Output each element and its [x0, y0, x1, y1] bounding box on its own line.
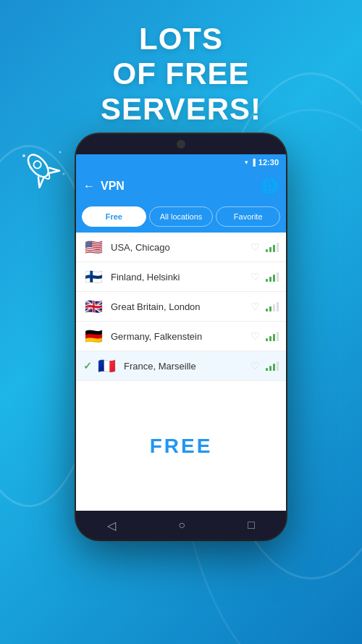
- hero-section: Lots of free servers!: [0, 0, 362, 134]
- server-name-france: France, Marseille: [124, 361, 251, 372]
- server-item-gb[interactable]: 🇬🇧 Great Britain, London ♡: [76, 292, 286, 322]
- free-section: FREE: [76, 381, 286, 511]
- server-item-finland[interactable]: 🇫🇮 Finland, Helsinki ♡: [76, 262, 286, 292]
- signal-bar-1: [266, 338, 268, 341]
- server-name-finland: Finland, Helsinki: [111, 272, 251, 283]
- heart-icon-germany[interactable]: ♡: [251, 330, 260, 342]
- flag-germany: 🇩🇪: [83, 329, 104, 343]
- signal-bar-2: [269, 306, 272, 311]
- server-list: 🇺🇸 USA, Chicago ♡ 🇫🇮 Finland, Helsinki ♡: [76, 233, 286, 511]
- heart-icon-france[interactable]: ♡: [251, 360, 260, 372]
- signal-bar-4: [277, 302, 279, 311]
- tab-favorite[interactable]: Favorite: [216, 206, 280, 227]
- phone-camera: [177, 140, 185, 149]
- flag-france: 🇫🇷: [96, 359, 117, 373]
- signal-bar-1: [266, 368, 268, 371]
- heart-icon-usa[interactable]: ♡: [251, 241, 260, 253]
- svg-point-2: [22, 154, 25, 157]
- server-name-gb: Great Britain, London: [111, 301, 251, 312]
- vpn-header: ← VPN 🌐: [76, 170, 286, 202]
- heart-icon-gb[interactable]: ♡: [251, 301, 260, 312]
- signal-bar-3: [273, 275, 275, 282]
- wifi-icon: ▾: [245, 159, 248, 166]
- signal-usa: [266, 242, 279, 252]
- status-icons: ▾ ▐: [245, 159, 255, 166]
- back-button[interactable]: ←: [83, 180, 95, 193]
- signal-bar-3: [273, 304, 275, 311]
- signal-bar-3: [273, 364, 275, 371]
- signal-bar-2: [269, 277, 272, 282]
- signal-bar-2: [269, 336, 272, 341]
- tab-all-locations[interactable]: All locations: [149, 206, 214, 227]
- signal-bar-4: [277, 361, 279, 371]
- signal-icon: ▐: [251, 159, 255, 166]
- svg-point-0: [25, 151, 52, 180]
- status-bar: ▾ ▐ 12:30: [76, 154, 286, 170]
- tab-bar: Free All locations Favorite: [76, 202, 286, 233]
- server-item-germany[interactable]: 🇩🇪 Germany, Falkenstein ♡: [76, 322, 286, 351]
- signal-germany: [266, 331, 279, 341]
- phone-notch: [76, 134, 286, 154]
- server-name-usa: USA, Chicago: [111, 242, 251, 253]
- tab-free[interactable]: Free: [82, 206, 146, 227]
- selected-checkmark: ✓: [83, 360, 92, 372]
- nav-back-button[interactable]: ◁: [107, 519, 116, 532]
- signal-bar-2: [269, 366, 272, 371]
- flag-usa: 🇺🇸: [83, 240, 104, 254]
- signal-bar-4: [277, 332, 279, 341]
- signal-bar-3: [273, 334, 275, 341]
- signal-bar-1: [266, 279, 268, 282]
- heart-icon-finland[interactable]: ♡: [251, 271, 260, 283]
- phone-bottom-nav: ◁ ○ □: [76, 511, 286, 540]
- nav-home-button[interactable]: ○: [178, 519, 185, 532]
- signal-bar-4: [277, 272, 279, 282]
- server-item-usa[interactable]: 🇺🇸 USA, Chicago ♡: [76, 233, 286, 262]
- flag-finland: 🇫🇮: [83, 269, 104, 284]
- signal-bar-4: [277, 243, 279, 252]
- svg-point-4: [63, 173, 65, 175]
- svg-point-1: [33, 159, 43, 170]
- signal-france: [266, 361, 279, 371]
- status-time: 12:30: [258, 158, 279, 167]
- signal-finland: [266, 272, 279, 282]
- nav-recents-button[interactable]: □: [248, 519, 255, 532]
- free-label: FREE: [150, 435, 213, 458]
- flag-gb: 🇬🇧: [83, 299, 104, 314]
- signal-bar-1: [266, 249, 268, 252]
- hero-title: Lots of free servers!: [0, 22, 362, 127]
- rocket-icon: [13, 141, 71, 199]
- signal-bar-1: [266, 309, 268, 311]
- svg-point-3: [59, 151, 62, 154]
- globe-button[interactable]: 🌐: [261, 177, 279, 195]
- signal-bar-3: [273, 245, 275, 252]
- vpn-title: VPN: [101, 180, 261, 193]
- signal-gb: [266, 301, 279, 311]
- phone-frame: ▾ ▐ 12:30 ← VPN 🌐 Free All locations Fav…: [76, 134, 286, 540]
- signal-bar-2: [269, 247, 272, 252]
- server-name-germany: Germany, Falkenstein: [111, 331, 251, 342]
- server-item-france[interactable]: ✓ 🇫🇷 France, Marseille ♡: [76, 351, 286, 381]
